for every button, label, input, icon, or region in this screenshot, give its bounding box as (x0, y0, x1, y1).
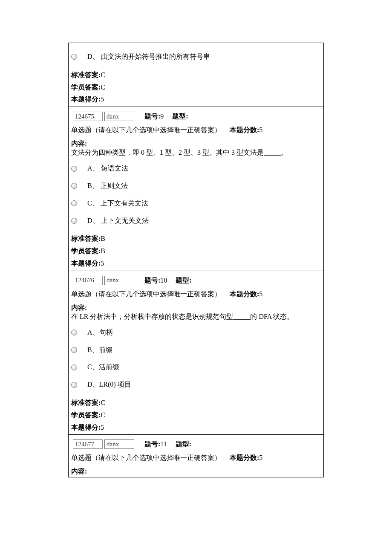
option-d-text: D、 上下文无关文法 (87, 215, 149, 227)
radio-icon[interactable] (71, 330, 77, 335)
option-b-text: B、 正则文法 (87, 180, 128, 192)
content-label: 内容: (71, 139, 320, 148)
stu-answer-value: C (101, 411, 105, 419)
radio-icon[interactable] (71, 183, 77, 189)
score-label: 本题分数: (230, 123, 259, 137)
question-no-value: 10 (160, 274, 167, 287)
question-8-tail: D、 由文法的开始符号推出的所有符号串 标准答案:C 学员答案:C 本题得分:5 (69, 43, 323, 107)
stu-answer-label: 学员答案: (71, 247, 101, 254)
question-type-desc: 单选题（请在以下几个选项中选择唯一正确答案） (71, 123, 221, 137)
content-label: 内容: (71, 467, 320, 476)
option-row: B、前缀 (71, 344, 320, 356)
std-answer-value: C (101, 399, 105, 406)
radio-icon[interactable] (71, 200, 77, 206)
std-answer-label: 标准答案: (71, 71, 101, 78)
option-row: B、 正则文法 (71, 180, 320, 192)
option-row: C、活前缀 (71, 361, 320, 373)
option-a-text: A、 短语文法 (87, 162, 128, 175)
question-type-input[interactable] (104, 276, 134, 285)
got-score-value: 5 (101, 424, 104, 431)
answer-block: 标准答案:C 学员答案:C 本题得分:5 (71, 397, 320, 434)
score-label: 本题分数: (230, 287, 259, 301)
question-9: 题号:9 题型:单选题（请在以下几个选项中选择唯一正确答案） 本题分数:5 内容… (69, 107, 323, 271)
std-answer-value: B (101, 235, 105, 242)
option-a-text: A、句柄 (87, 327, 113, 339)
question-10: 题号:10 题型:单选题（请在以下几个选项中选择唯一正确答案） 本题分数:5 内… (69, 271, 323, 435)
score-value: 5 (259, 287, 262, 301)
option-c-text: C、活前缀 (87, 361, 119, 373)
radio-icon[interactable] (71, 54, 77, 60)
got-score-label: 本题得分: (71, 424, 101, 431)
got-score-value: 5 (101, 95, 104, 103)
question-11: 题号:11 题型:单选题（请在以下几个选项中选择唯一正确答案） 本题分数:5 内… (69, 435, 323, 477)
got-score-label: 本题得分: (71, 95, 101, 103)
radio-icon[interactable] (71, 347, 77, 353)
question-type-label: 题型: (172, 110, 188, 123)
question-id-input[interactable] (73, 276, 103, 285)
radio-icon[interactable] (71, 382, 77, 388)
option-row: D、 由文法的开始符号推出的所有符号串 (71, 51, 320, 63)
option-c-text: C、 上下文有关文法 (87, 197, 148, 210)
std-answer-label: 标准答案: (71, 399, 101, 406)
radio-icon[interactable] (71, 364, 77, 370)
question-meta-row: 题号:9 题型:单选题（请在以下几个选项中选择唯一正确答案） 本题分数:5 (71, 110, 320, 137)
got-score-value: 5 (101, 260, 104, 267)
score-value: 5 (259, 123, 262, 137)
question-no-label: 题号: (144, 437, 160, 451)
option-row: D、LR(0) 项目 (71, 379, 320, 391)
option-row: D、 上下文无关文法 (71, 215, 320, 227)
option-row: C、 上下文有关文法 (71, 197, 320, 210)
answer-block: 标准答案:C 学员答案:C 本题得分:5 (71, 69, 320, 106)
question-type-input[interactable] (104, 439, 134, 449)
stu-answer-value: B (101, 247, 105, 254)
option-row: A、句柄 (71, 327, 320, 339)
stu-answer-label: 学员答案: (71, 411, 101, 419)
score-label: 本题分数: (230, 451, 259, 465)
option-row: A、 短语文法 (71, 162, 320, 175)
content-label: 内容: (71, 304, 320, 312)
question-type-label: 题型: (176, 274, 191, 287)
std-answer-value: C (101, 71, 105, 78)
option-d-text: D、LR(0) 项目 (87, 379, 131, 391)
question-type-desc: 单选题（请在以下几个选项中选择唯一正确答案） (71, 451, 221, 465)
std-answer-label: 标准答案: (71, 235, 101, 242)
option-b-text: B、前缀 (87, 344, 112, 356)
got-score-label: 本题得分: (71, 260, 101, 267)
question-no-label: 题号: (144, 110, 160, 123)
radio-icon[interactable] (71, 166, 77, 172)
question-meta-row: 题号:10 题型:单选题（请在以下几个选项中选择唯一正确答案） 本题分数:5 (71, 274, 320, 301)
option-d-text: D、 由文法的开始符号推出的所有符号串 (87, 51, 210, 63)
answer-block: 标准答案:B 学员答案:B 本题得分:5 (71, 233, 320, 269)
question-content: 在 LR 分析法中，分析栈中存放的状态是识别规范句型_____的 DFA 状态。 (71, 312, 320, 321)
question-type-label: 题型: (176, 437, 191, 451)
question-id-input[interactable] (73, 112, 103, 121)
radio-icon[interactable] (71, 218, 77, 224)
question-no-value: 11 (160, 437, 167, 451)
question-content: 文法分为四种类型，即 0 型、1 型、2 型、3 型。其中 3 型文法是____… (71, 148, 320, 157)
question-id-input[interactable] (73, 439, 103, 449)
question-meta-row: 题号:11 题型:单选题（请在以下几个选项中选择唯一正确答案） 本题分数:5 (71, 437, 320, 465)
question-no-label: 题号: (144, 274, 160, 287)
stu-answer-label: 学员答案: (71, 84, 101, 91)
score-value: 5 (259, 451, 262, 465)
question-type-desc: 单选题（请在以下几个选项中选择唯一正确答案） (71, 287, 221, 301)
stu-answer-value: C (101, 84, 105, 91)
question-no-value: 9 (160, 110, 164, 123)
question-type-input[interactable] (104, 112, 134, 121)
